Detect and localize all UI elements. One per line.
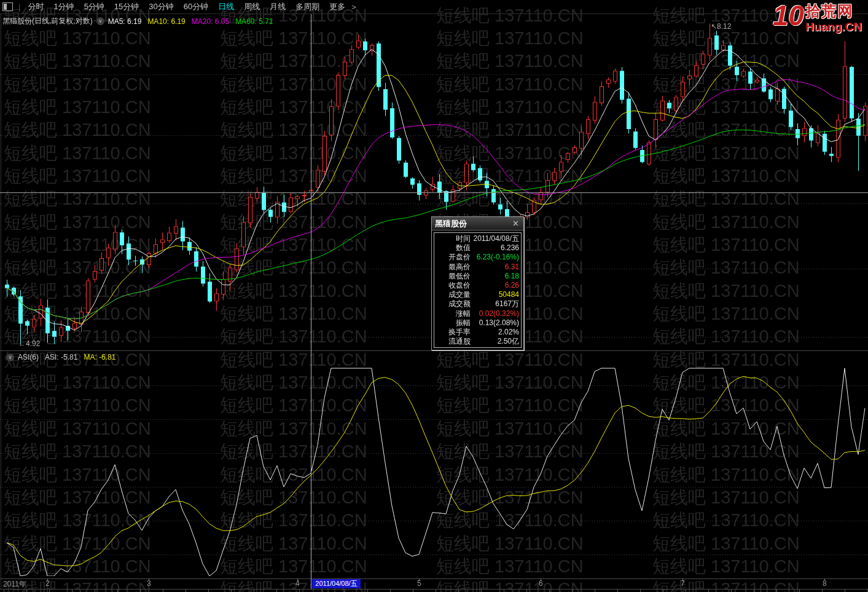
menu-item-1[interactable]: 分时 <box>23 0 49 14</box>
menu-item-8[interactable]: 周线 <box>239 0 265 14</box>
popup-field-value: 2.50亿 <box>471 337 519 346</box>
menu-item-2[interactable]: 1分钟 <box>49 0 79 14</box>
period-menu-bar: | 分时1分钟5分钟15分钟30分钟60分钟日线周线月线多周期更多> <box>0 0 868 14</box>
popup-field-label: 数值 <box>436 243 471 253</box>
popup-close-icon[interactable]: ✕ <box>511 219 520 228</box>
popup-field-label: 最低价 <box>436 272 471 281</box>
crosshair-horizontal-line <box>0 192 868 193</box>
trading-app-window: | 分时1分钟5分钟15分钟30分钟60分钟日线周线月线多周期更多> 黑猫股份(… <box>0 0 868 592</box>
selected-date-badge: 2011/04/08/五 <box>312 579 361 588</box>
axis-month-label: 4 <box>295 579 300 588</box>
popup-row: 成交额6167万 <box>436 299 519 309</box>
ma-value-label: MA20: 6.05 <box>192 17 229 26</box>
popup-field-label: 最高价 <box>436 262 471 272</box>
window-icon[interactable] <box>2 2 13 11</box>
axis-year-label: 2011年 <box>3 579 26 590</box>
popup-field-label: 换手率 <box>436 328 471 337</box>
axis-month-label: 7 <box>681 579 685 588</box>
popup-row: 振幅0.13(2.08%) <box>436 318 519 328</box>
menu-item-3[interactable]: 5分钟 <box>79 0 109 14</box>
popup-field-value: 6.23(-0.16%) <box>471 253 519 262</box>
crosshair-vertical-line <box>311 14 311 589</box>
axis-month-label: 3 <box>147 579 151 588</box>
popup-field-value: 2011/04/08/五 <box>471 234 519 243</box>
collapse-asi-pane-icon[interactable]: ∨ <box>6 353 14 361</box>
low-price-annotation: ←4.92 <box>18 339 40 348</box>
popup-row: 时间2011/04/08/五 <box>436 234 519 243</box>
popup-row: 数值6.236 <box>436 243 519 253</box>
shihuang-site-logo: 10 拾荒网 Huang.CN <box>773 1 862 33</box>
popup-row: 换手率2.02% <box>436 328 519 337</box>
menu-more-arrow-icon[interactable]: > <box>351 2 356 12</box>
ma-value-label: MA5: 6.19 <box>108 17 142 26</box>
popup-body: 时间2011/04/08/五数值6.236开盘价6.23(-0.16%)最高价6… <box>434 232 522 348</box>
logo-domain-text: Huang.CN <box>805 21 862 33</box>
axis-month-label: 8 <box>823 579 827 588</box>
ma-value-label: MA10: 6.19 <box>147 17 185 26</box>
ma-value-label: MA60: 5.71 <box>235 17 273 26</box>
high-price-annotation: ↖8.12 <box>711 22 731 31</box>
popup-row: 最低价6.18 <box>436 272 519 281</box>
stock-info-popup: 黑猫股份 ✕ 时间2011/04/08/五数值6.236开盘价6.23(-0.1… <box>431 216 524 350</box>
popup-field-value: 50484 <box>471 290 519 299</box>
popup-title: 黑猫股份 <box>435 218 467 229</box>
chart-title: 黑猫股份(日线,前复权,对数) <box>2 16 93 26</box>
menu-separator: | <box>18 2 20 12</box>
menu-item-6[interactable]: 60分钟 <box>179 0 213 14</box>
popup-field-value: 0.13(2.08%) <box>471 318 519 328</box>
popup-field-label: 收盘价 <box>436 281 471 290</box>
popup-field-label: 成交额 <box>436 299 471 309</box>
logo-number: 10 <box>773 1 804 30</box>
popup-field-label: 成交量 <box>436 290 471 299</box>
popup-field-label: 开盘价 <box>436 253 471 262</box>
asi-pane-header: ∨ ASI(6)ASI: -5.81MA: -6.81 <box>2 353 122 361</box>
popup-field-value: 2.02% <box>471 328 519 337</box>
popup-row: 开盘价6.23(-0.16%) <box>436 253 519 262</box>
popup-field-label: 时间 <box>436 234 471 243</box>
popup-row: 涨幅0.02(0.32%) <box>436 309 519 318</box>
menu-item-10[interactable]: 多周期 <box>291 0 324 14</box>
logo-chinese-text: 拾荒网 <box>805 1 862 21</box>
axis-month-label: 2 <box>45 579 50 588</box>
popup-field-label: 流通股 <box>436 337 471 346</box>
menu-item-5[interactable]: 30分钟 <box>144 0 178 14</box>
date-axis: 2011年 2345678 <box>0 578 868 589</box>
popup-field-value: 6.18 <box>471 272 519 281</box>
menu-item-7[interactable]: 日线 <box>213 0 239 14</box>
popup-row: 最高价6.31 <box>436 262 519 272</box>
menu-item-11[interactable]: 更多 <box>324 0 350 14</box>
menu-item-9[interactable]: 月线 <box>265 0 291 14</box>
popup-field-value: 6.31 <box>471 262 519 272</box>
collapse-main-pane-icon[interactable]: ∨ <box>96 17 104 25</box>
popup-field-value: 6.26 <box>471 281 519 290</box>
popup-field-label: 涨幅 <box>436 309 471 318</box>
asi-value-label: ASI(6) <box>18 353 39 361</box>
popup-field-value: 6.236 <box>471 243 519 253</box>
asi-value-label: ASI: -5.81 <box>45 353 77 361</box>
popup-field-value: 0.02(0.32%) <box>471 309 519 318</box>
axis-month-label: 6 <box>539 579 543 588</box>
menu-item-4[interactable]: 15分钟 <box>109 0 144 14</box>
popup-field-label: 振幅 <box>436 318 471 328</box>
popup-titlebar[interactable]: 黑猫股份 ✕ <box>432 217 523 231</box>
popup-row: 收盘价6.26 <box>436 281 519 290</box>
popup-row: 成交量50484 <box>436 290 519 299</box>
popup-row: 流通股2.50亿 <box>436 337 519 346</box>
main-chart-header: 黑猫股份(日线,前复权,对数) ∨ MA5: 6.19MA10: 6.19MA2… <box>2 16 280 26</box>
popup-field-value: 6167万 <box>471 299 519 309</box>
asi-value-label: MA: -6.81 <box>84 353 115 361</box>
axis-month-label: 5 <box>417 579 421 588</box>
